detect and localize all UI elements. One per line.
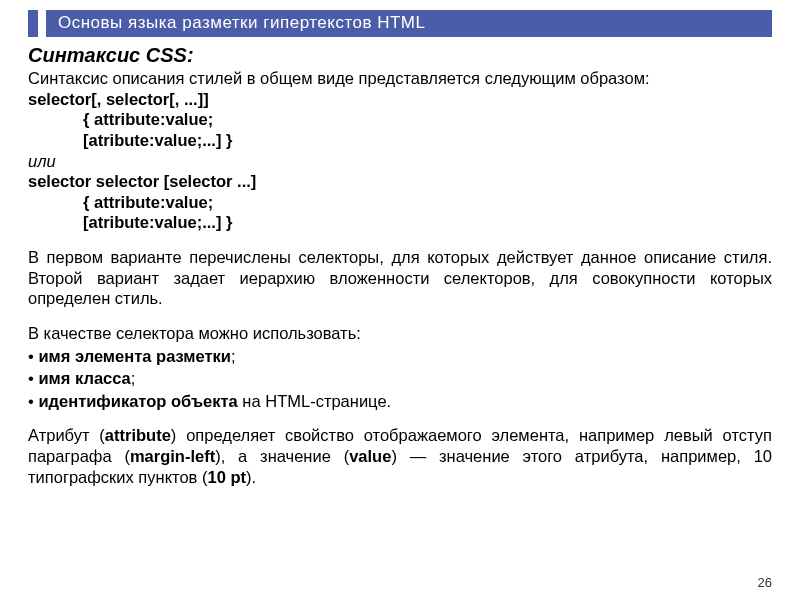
- section-heading: Синтаксис CSS:: [28, 43, 772, 68]
- syntax1-line2: { attribute:value;: [28, 109, 772, 130]
- syntax2-line2: { attribute:value;: [28, 192, 772, 213]
- paragraph-1: В первом варианте перечислены селекторы,…: [28, 247, 772, 309]
- page-number: 26: [758, 575, 772, 590]
- heading-colon: :: [187, 44, 194, 66]
- slide-title-bar: Основы языка разметки гипертекстов HTML: [46, 10, 772, 37]
- paragraph-2: Атрибут (attribute) определяет свойство …: [28, 425, 772, 487]
- selector-list: В качестве селектора можно использовать:…: [28, 323, 772, 412]
- list-item-3: • идентификатор объекта на HTML-странице…: [28, 391, 772, 412]
- syntax2-line3: [atribute:value;...] }: [28, 212, 772, 233]
- syntax1-line1: selector[, selector[, ...]]: [28, 89, 772, 110]
- syntax-block-1: selector[, selector[, ...]] { attribute:…: [28, 89, 772, 151]
- heading-text: Синтаксис CSS: [28, 44, 187, 66]
- slide-title: Основы языка разметки гипертекстов HTML: [58, 13, 425, 32]
- intro-paragraph: Синтаксис описания стилей в общем виде п…: [28, 68, 772, 89]
- syntax-block-2: selector selector [selector ...] { attri…: [28, 171, 772, 233]
- list-item-2: • имя класса;: [28, 368, 772, 389]
- list-intro: В качестве селектора можно использовать:: [28, 323, 772, 344]
- syntax1-line3: [atribute:value;...] }: [28, 130, 772, 151]
- syntax2-line1: selector selector [selector ...]: [28, 171, 772, 192]
- or-separator: или: [28, 151, 772, 172]
- slide-content: Синтаксис CSS: Синтаксис описания стилей…: [28, 43, 772, 487]
- list-item-1: • имя элемента разметки;: [28, 346, 772, 367]
